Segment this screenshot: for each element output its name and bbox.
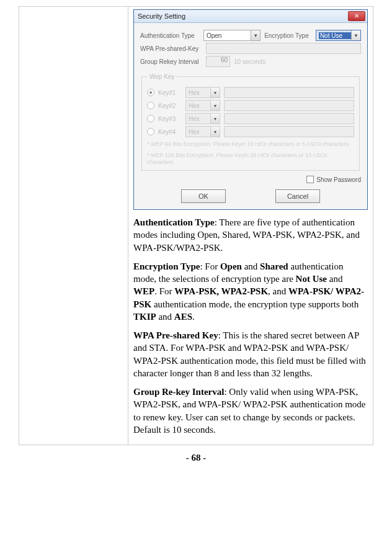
key2-format: Hex [189,102,200,109]
para-psk: WPA Pre-shared Key: This is the shared s… [133,329,368,379]
enc-type-label: Encryption Type [264,32,312,39]
wep-key-row: Key#2 Hex ▾ [147,100,354,111]
key2-label: Key#2 [158,102,182,109]
text: . [192,312,195,322]
show-password-checkbox[interactable] [306,176,314,183]
layout-table: Security Setting ✕ Authentication Type O… [19,6,373,445]
key1-format-select[interactable]: Hex ▾ [185,87,220,98]
key4-input[interactable] [224,126,354,137]
key1-radio[interactable] [147,89,154,96]
auth-type-label: Authentication Type [140,32,200,39]
key1-format: Hex [189,89,200,96]
auth-type-value: Open [207,32,251,39]
ok-label: OK [198,192,208,200]
bold: Encryption Type [133,261,200,271]
documentation-text: Authentication Type: There are five type… [133,216,368,436]
psk-input[interactable] [206,43,361,54]
key2-input[interactable] [224,100,354,111]
text: and [156,312,174,322]
chevron-down-icon: ▼ [351,30,360,40]
key3-label: Key#3 [158,115,182,122]
right-column: Security Setting ✕ Authentication Type O… [128,7,373,445]
rekey-value: 60 [221,57,228,63]
para-enc-type: Encryption Type: For Open and Shared aut… [133,260,368,323]
chevron-down-icon: ▾ [210,114,220,124]
psk-label: WPA Pre-shared-Key [140,45,202,52]
rekey-label: Group Rekey Interval [140,58,202,65]
wep-note-2: * WEP 128 Bits Encryption: Please Keyin … [147,152,354,166]
bold: Authentication Type [133,217,215,227]
ok-button[interactable]: OK [181,189,226,203]
text: and [242,261,260,271]
wep-key-row: Key#3 Hex ▾ [147,113,354,124]
chevron-down-icon: ▾ [210,101,220,111]
wep-key-group: Wep Key Key#1 Hex ▾ [141,73,360,171]
security-setting-dialog: Security Setting ✕ Authentication Type O… [133,9,368,210]
bold: WEP [133,286,154,296]
key4-radio[interactable] [147,128,154,135]
key4-format: Hex [189,129,200,135]
rekey-input[interactable]: 60 [206,56,230,67]
wep-key-row: Key#4 Hex ▾ [147,126,354,137]
close-button[interactable]: ✕ [348,11,365,21]
bold: Shared [260,261,288,271]
key2-format-select[interactable]: Hex ▾ [185,100,220,111]
key4-label: Key#4 [158,129,182,135]
para-auth-type: Authentication Type: There are five type… [133,216,368,254]
page-number: - 68 - [19,453,373,463]
dialog-body: Authentication Type Open ▼ Encryption Ty… [134,23,367,209]
wep-legend: Wep Key [147,73,177,80]
text: and [327,274,342,284]
titlebar: Security Setting ✕ [134,10,367,23]
key1-input[interactable] [224,87,354,98]
para-rekey: Group Re-key Interval: Only valid when u… [133,386,368,436]
bold: Not Use [296,274,327,284]
key2-radio[interactable] [147,102,154,109]
enc-type-select[interactable]: Not Use ▼ [316,30,361,41]
dialog-title: Security Setting [138,12,185,20]
bold: Open [220,261,242,271]
enc-type-value: Not Use [319,32,351,39]
left-column [19,7,128,445]
bold: WPA-PSK, WPA2-PSK [174,286,268,296]
key3-radio[interactable] [147,115,154,122]
cancel-label: Cancel [287,192,308,200]
key3-format-select[interactable]: Hex ▾ [185,113,220,124]
chevron-down-icon: ▾ [210,127,220,137]
chevron-down-icon: ▾ [210,88,220,97]
auth-type-select[interactable]: Open ▼ [203,30,261,41]
text: authentication mode, the encryption type… [151,299,359,309]
text: : For [200,261,220,271]
key4-format-select[interactable]: Hex ▾ [185,126,220,137]
wep-key-row: Key#1 Hex ▾ [147,87,354,98]
bold: TKIP [133,312,156,322]
cancel-button[interactable]: Cancel [275,189,320,203]
key3-format: Hex [189,115,200,122]
bold: WPA Pre-shared Key [133,330,218,340]
text: . For [154,286,174,296]
bold: Group Re-key Interval [133,387,224,397]
wep-note-1: * WEP 64 Bits Encryption: Please Keyin 1… [147,141,354,148]
chevron-down-icon: ▼ [251,30,260,40]
key3-input[interactable] [224,113,354,124]
key1-label: Key#1 [158,89,182,96]
bold: AES [174,312,192,322]
close-icon: ✕ [354,13,359,19]
text: , and [268,286,288,296]
show-password-label: Show Password [316,176,361,183]
rekey-unit: 10 seconds [234,58,265,65]
